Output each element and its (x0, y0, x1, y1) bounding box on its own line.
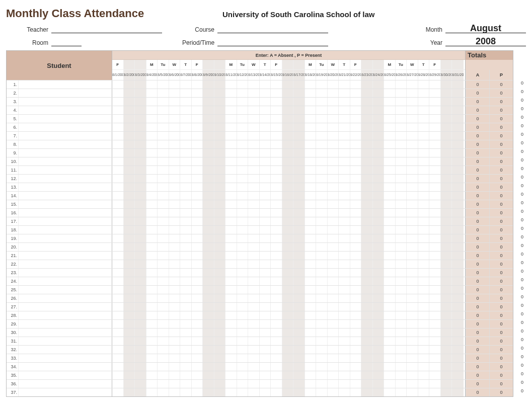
attendance-cell[interactable] (225, 80, 237, 89)
attendance-cell[interactable] (328, 346, 339, 354)
attendance-cell[interactable] (135, 286, 146, 294)
attendance-cell[interactable] (328, 183, 339, 191)
attendance-cell[interactable] (271, 115, 282, 123)
attendance-cell[interactable] (339, 123, 350, 131)
attendance-cell[interactable] (237, 149, 249, 157)
attendance-cell[interactable] (293, 140, 305, 148)
attendance-cell[interactable] (418, 157, 430, 166)
attendance-cell[interactable] (407, 260, 418, 268)
attendance-cell[interactable] (328, 200, 339, 208)
attendance-cell[interactable] (260, 115, 271, 123)
attendance-cell[interactable] (124, 166, 135, 174)
student-name-cell[interactable] (19, 337, 112, 345)
attendance-cell[interactable] (158, 157, 169, 166)
attendance-cell[interactable] (316, 294, 328, 302)
attendance-cell[interactable] (135, 132, 146, 140)
attendance-cell[interactable] (169, 80, 181, 89)
attendance-cell[interactable] (384, 303, 396, 311)
attendance-cell[interactable] (225, 217, 237, 225)
attendance-cell[interactable] (441, 226, 452, 234)
attendance-cell[interactable] (396, 388, 407, 396)
attendance-cell[interactable] (384, 192, 396, 200)
attendance-cell[interactable] (328, 371, 339, 379)
attendance-cell[interactable] (260, 175, 271, 183)
attendance-cell[interactable] (192, 234, 203, 242)
attendance-cell[interactable] (169, 320, 181, 328)
attendance-cell[interactable] (339, 294, 350, 302)
attendance-cell[interactable] (146, 166, 158, 174)
attendance-cell[interactable] (293, 286, 305, 294)
attendance-cell[interactable] (237, 217, 249, 225)
attendance-cell[interactable] (135, 106, 146, 114)
attendance-cell[interactable] (260, 328, 271, 337)
attendance-cell[interactable] (305, 320, 317, 328)
attendance-cell[interactable] (361, 354, 373, 362)
attendance-cell[interactable] (271, 166, 282, 174)
attendance-cell[interactable] (407, 209, 418, 217)
student-name-cell[interactable] (19, 166, 112, 174)
attendance-cell[interactable] (135, 303, 146, 311)
attendance-cell[interactable] (339, 149, 350, 157)
attendance-cell[interactable] (293, 303, 305, 311)
attendance-cell[interactable] (282, 243, 294, 251)
attendance-cell[interactable] (350, 243, 362, 251)
attendance-cell[interactable] (384, 217, 396, 225)
attendance-cell[interactable] (192, 217, 203, 225)
attendance-cell[interactable] (203, 380, 214, 388)
attendance-cell[interactable] (248, 371, 260, 379)
attendance-cell[interactable] (396, 234, 407, 242)
attendance-cell[interactable] (418, 303, 430, 311)
attendance-cell[interactable] (328, 149, 339, 157)
attendance-cell[interactable] (373, 303, 385, 311)
attendance-cell[interactable] (260, 252, 271, 260)
attendance-cell[interactable] (271, 183, 282, 191)
attendance-cell[interactable] (305, 166, 317, 174)
attendance-cell[interactable] (361, 286, 373, 294)
attendance-cell[interactable] (237, 294, 249, 302)
attendance-cell[interactable] (237, 192, 249, 200)
attendance-cell[interactable] (293, 89, 305, 97)
attendance-cell[interactable] (237, 252, 249, 260)
attendance-cell[interactable] (384, 363, 396, 371)
student-name-cell[interactable] (19, 243, 112, 251)
attendance-cell[interactable] (225, 89, 237, 97)
attendance-cell[interactable] (180, 89, 192, 97)
attendance-cell[interactable] (192, 320, 203, 328)
attendance-cell[interactable] (293, 371, 305, 379)
student-name-cell[interactable] (19, 217, 112, 225)
attendance-cell[interactable] (328, 363, 339, 371)
attendance-cell[interactable] (316, 209, 328, 217)
attendance-cell[interactable] (316, 328, 328, 337)
attendance-cell[interactable] (350, 166, 362, 174)
attendance-cell[interactable] (180, 183, 192, 191)
attendance-cell[interactable] (192, 337, 203, 345)
attendance-cell[interactable] (180, 123, 192, 131)
attendance-cell[interactable] (180, 252, 192, 260)
attendance-cell[interactable] (339, 346, 350, 354)
attendance-cell[interactable] (135, 371, 146, 379)
attendance-cell[interactable] (169, 380, 181, 388)
attendance-cell[interactable] (146, 243, 158, 251)
attendance-cell[interactable] (203, 123, 214, 131)
attendance-cell[interactable] (373, 380, 385, 388)
attendance-cell[interactable] (339, 269, 350, 277)
attendance-cell[interactable] (305, 388, 317, 396)
attendance-cell[interactable] (237, 157, 249, 166)
attendance-cell[interactable] (203, 388, 214, 396)
attendance-cell[interactable] (214, 363, 226, 371)
attendance-cell[interactable] (293, 311, 305, 319)
attendance-cell[interactable] (339, 311, 350, 319)
attendance-cell[interactable] (214, 217, 226, 225)
attendance-cell[interactable] (407, 166, 418, 174)
attendance-cell[interactable] (248, 320, 260, 328)
attendance-cell[interactable] (407, 346, 418, 354)
attendance-cell[interactable] (418, 320, 430, 328)
attendance-cell[interactable] (407, 269, 418, 277)
attendance-cell[interactable] (203, 157, 214, 166)
attendance-cell[interactable] (214, 115, 226, 123)
attendance-cell[interactable] (361, 303, 373, 311)
attendance-cell[interactable] (384, 294, 396, 302)
attendance-cell[interactable] (396, 346, 407, 354)
attendance-cell[interactable] (384, 98, 396, 106)
attendance-cell[interactable] (203, 286, 214, 294)
